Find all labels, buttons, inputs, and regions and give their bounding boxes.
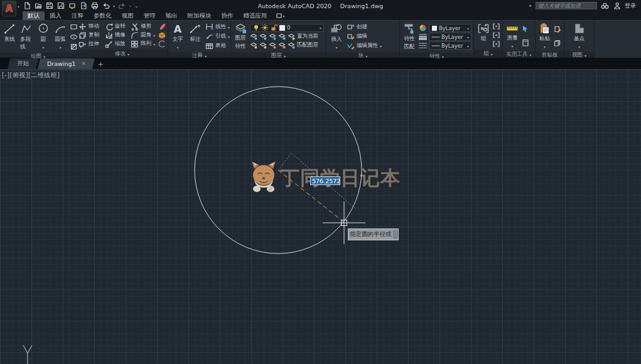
arc-flyout-icon[interactable] — [59, 44, 61, 50]
undo-caret-icon[interactable] — [113, 4, 115, 8]
save-button[interactable] — [45, 2, 53, 10]
viewport-controls[interactable]: [-][俯视][二维线框] — [2, 71, 60, 80]
user-icon[interactable] — [613, 2, 621, 10]
panel-label-layers[interactable]: 图层 — [231, 52, 326, 60]
lineweight-dropdown[interactable]: ByLayer — [429, 33, 471, 41]
move-button[interactable]: 移动 — [78, 23, 100, 31]
panel-label-clipboard[interactable]: 剪贴板 — [536, 51, 564, 59]
plot-button[interactable] — [68, 2, 76, 10]
tab-addins[interactable]: 附加模块 — [183, 11, 217, 20]
open-file-button[interactable] — [34, 2, 42, 10]
edit-block-button[interactable]: 编辑 — [347, 32, 382, 40]
text-button[interactable]: A 文字 — [170, 22, 185, 51]
layer-properties-button[interactable]: 图层 特性 — [233, 22, 248, 51]
cut-button[interactable] — [554, 26, 561, 33]
search-binoculars-icon[interactable] — [601, 2, 609, 10]
match-properties-button[interactable]: 特性 匹配 — [402, 22, 417, 51]
undo-button[interactable] — [102, 2, 110, 10]
base-view-button[interactable]: 基点 — [572, 22, 587, 50]
arc-button[interactable]: 圆弧 — [53, 22, 68, 51]
layer-state-button[interactable] — [278, 41, 286, 49]
scale-button[interactable]: 缩放 — [105, 40, 127, 48]
redo-button[interactable] — [118, 2, 126, 10]
mirror-button[interactable]: 镜像 — [105, 31, 127, 40]
redo-caret-icon[interactable] — [129, 4, 131, 8]
app-menu-button[interactable] — [2, 1, 16, 16]
panel-label-group[interactable]: 组 — [474, 50, 502, 58]
tab-manage[interactable]: 管理 — [139, 11, 161, 20]
layer-state-button[interactable] — [269, 33, 276, 40]
copy-button[interactable]: 复制 — [78, 31, 100, 40]
dynamic-input-field[interactable]: 576.2572 — [310, 176, 340, 185]
layer-state-button[interactable] — [269, 41, 276, 49]
copy-clip-button[interactable] — [554, 40, 561, 46]
ribbon-display-toggle[interactable] — [276, 13, 285, 18]
calculator-button[interactable] — [522, 39, 529, 46]
layer-state-button[interactable] — [259, 41, 267, 49]
edit-attributes-button[interactable]: 编辑属性 — [347, 42, 382, 50]
circle-flyout-icon[interactable] — [42, 44, 44, 50]
polyline-button[interactable]: 多段线 — [19, 22, 34, 51]
stretch-button[interactable]: 拉伸 — [78, 40, 100, 48]
tab-parametric[interactable]: 参数化 — [89, 11, 117, 20]
panel-label-view[interactable]: 视图 — [564, 51, 594, 59]
login-link[interactable]: 登录 — [625, 2, 636, 10]
file-tab-drawing1[interactable]: Drawing1 — [38, 58, 95, 69]
drawing-canvas[interactable]: [-][俯视][二维线框] 丁同学日记本 576.2572 指定圆的 — [0, 69, 641, 364]
close-tab-icon[interactable] — [82, 61, 86, 67]
layer-state-button[interactable] — [250, 41, 257, 49]
tab-annotate[interactable]: 注释 — [67, 11, 89, 20]
table-button[interactable]: 表格 — [205, 42, 230, 50]
fade-button[interactable] — [158, 40, 166, 48]
save-as-button[interactable] — [57, 2, 65, 10]
match-layer-button[interactable]: 匹配图层 — [288, 41, 318, 50]
panel-label-modify[interactable]: 修改 — [77, 50, 168, 58]
qat-customize-icon[interactable] — [134, 3, 139, 9]
rotate-button[interactable]: 旋转 — [105, 23, 127, 31]
tab-home[interactable]: 默认 — [23, 11, 45, 20]
tab-featured-apps[interactable]: 精选应用 — [239, 11, 272, 20]
measure-button[interactable]: 测量 — [505, 22, 520, 50]
new-file-button[interactable] — [23, 2, 31, 10]
print-button[interactable] — [90, 2, 99, 10]
panel-label-block[interactable]: 块 — [326, 52, 399, 60]
linear-dim-button[interactable]: 线性 — [205, 23, 230, 31]
layer-state-button[interactable] — [250, 33, 257, 40]
search-expand-icon[interactable] — [529, 3, 532, 8]
ungroup-button[interactable] — [493, 23, 500, 29]
layer-dropdown-caret-icon[interactable] — [320, 24, 321, 31]
object-color-dropdown[interactable]: ByLayer — [429, 24, 471, 32]
linetype-dropdown[interactable]: ByLayer — [429, 41, 471, 50]
panel-label-properties[interactable]: 特性 — [400, 53, 473, 60]
layer-state-button[interactable] — [278, 33, 286, 40]
create-block-button[interactable]: 创建 — [347, 23, 382, 31]
line-button[interactable]: 直线 — [2, 22, 17, 51]
tab-view[interactable]: 视图 — [117, 11, 139, 20]
tab-collaborate[interactable]: 协作 — [217, 11, 239, 20]
quick-select-button[interactable] — [522, 25, 529, 32]
dimension-button[interactable]: 标注 — [187, 22, 203, 51]
tab-output[interactable]: 输出 — [161, 11, 183, 20]
layer-state-button[interactable] — [259, 33, 267, 40]
explode-button[interactable] — [158, 31, 166, 39]
file-tab-start[interactable]: 开始 — [8, 58, 38, 69]
leader-button[interactable]: 引线 — [205, 32, 230, 40]
group-edit-button[interactable] — [493, 32, 500, 38]
new-drawing-tab-button[interactable] — [95, 60, 105, 69]
help-search-input[interactable] — [536, 2, 597, 9]
trim-button[interactable]: 修剪 — [131, 23, 156, 31]
insert-block-button[interactable]: 插入 — [328, 22, 345, 51]
group-button[interactable]: 组 — [476, 22, 491, 48]
prompt-options-icon[interactable] — [393, 230, 399, 238]
circle-button[interactable]: 圆 — [36, 22, 51, 51]
layer-select-dropdown[interactable]: 0 — [250, 24, 324, 32]
panel-label-utilities[interactable]: 实用工具 — [503, 51, 535, 58]
set-current-layer-button[interactable]: 置为当前 — [288, 33, 318, 41]
erase-button[interactable] — [158, 23, 166, 30]
export-button[interactable] — [79, 2, 87, 10]
panel-label-annotation[interactable]: 注释 — [168, 52, 230, 60]
tab-insert[interactable]: 插入 — [45, 11, 67, 20]
array-button[interactable]: 阵列 — [131, 40, 156, 48]
fillet-button[interactable]: 圆角 — [131, 31, 156, 40]
paste-button[interactable]: 粘贴 — [537, 22, 552, 50]
